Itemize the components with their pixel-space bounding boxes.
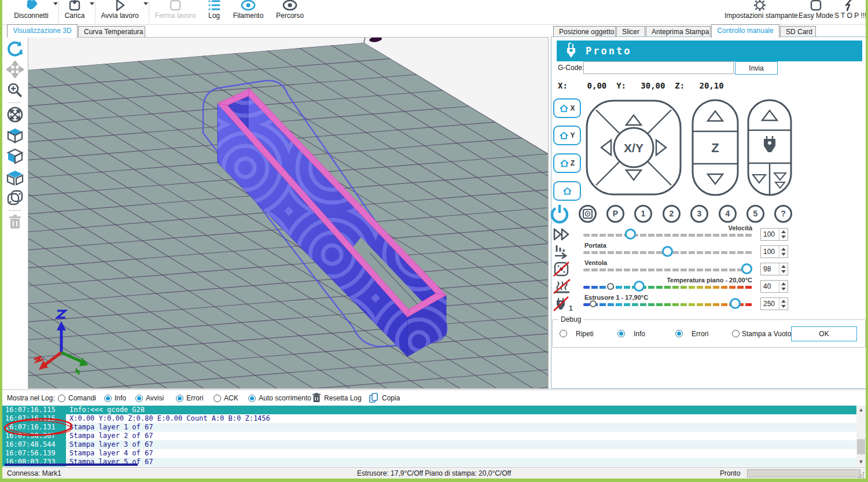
reset-log-icon[interactable] — [312, 393, 321, 404]
xy-jog-pad[interactable]: X/Y — [584, 98, 683, 197]
filter-avvisi-radio[interactable] — [135, 395, 143, 402]
gcode-input[interactable] — [583, 61, 734, 74]
fan-slider-track[interactable] — [583, 268, 752, 271]
extruder-temp-slider-track[interactable] — [583, 303, 752, 306]
load-dropdown-arrow[interactable] — [90, 2, 94, 5]
debug-ok-button[interactable]: OK — [791, 326, 857, 341]
disconnect-button[interactable]: Disconnetti — [9, 0, 53, 24]
debug-info-radio[interactable] — [617, 330, 625, 337]
fan-slider-thumb[interactable] — [741, 263, 752, 274]
help-button[interactable]: ? — [774, 205, 792, 223]
flow-value-spinbox[interactable]: 100 — [760, 245, 788, 258]
power-button[interactable] — [549, 203, 571, 225]
spinner-arrows[interactable] — [779, 263, 788, 275]
tab-controllo-manuale[interactable]: Controllo manuale — [711, 24, 779, 38]
park-button[interactable]: P — [606, 205, 624, 223]
spinner-arrows[interactable] — [779, 246, 788, 257]
debug-errori-radio[interactable] — [675, 330, 683, 337]
extruder-jog-pad[interactable] — [746, 98, 793, 197]
tab-curva-temperatura[interactable]: Curva Temperatura — [78, 26, 145, 37]
start-job-dropdown-arrow[interactable] — [144, 2, 148, 5]
filter-info-radio[interactable] — [104, 395, 112, 402]
quick-button-2[interactable]: 2 — [663, 205, 681, 223]
tab-slicer[interactable]: Slicer — [616, 26, 645, 37]
toolbar-item-label: Disconnetti — [9, 12, 53, 20]
viewport-3d[interactable] — [28, 37, 549, 389]
spinner-arrows[interactable] — [779, 229, 788, 240]
top-view-button[interactable] — [6, 168, 24, 186]
zoom-view-button[interactable] — [6, 82, 24, 99]
speed-slider-track[interactable] — [583, 234, 752, 237]
tab-posizione-oggetto[interactable]: Posizione oggetto — [553, 26, 616, 37]
fit-view-button[interactable] — [6, 106, 24, 123]
log-row[interactable]: 16:07:56.139 Stampa layer 4 of 67 — [2, 449, 856, 458]
toggle-objects-button[interactable] — [6, 189, 24, 207]
home-y-button[interactable]: Y — [553, 126, 581, 145]
log-toggle-button[interactable]: Log — [204, 0, 225, 24]
log-row[interactable]: 16:07:16.131 Stampa layer 1 of 67 — [2, 423, 856, 432]
spinner-arrows[interactable] — [779, 298, 788, 310]
front-view-button[interactable] — [6, 148, 24, 165]
move-view-button[interactable] — [6, 61, 24, 78]
isometric-view-button[interactable] — [6, 127, 24, 144]
tab-visualizzazione-3d[interactable]: Visualizzazione 3D — [7, 24, 78, 38]
debug-ripeti-radio[interactable] — [560, 330, 567, 337]
spinner-arrows[interactable] — [779, 281, 788, 292]
easy-mode-button[interactable]: Easy Mode — [799, 0, 833, 24]
speed-icon — [552, 226, 575, 244]
tab-sd-card[interactable]: SD Card — [780, 26, 816, 37]
slider-label: Velocità — [728, 225, 752, 231]
log-list[interactable]: 16:07:16.115 Info:<<< gcode_G28 16:07:16… — [2, 406, 866, 466]
load-button[interactable]: Carica — [61, 0, 88, 24]
printer-settings-button[interactable]: Impostazioni stampante — [724, 0, 795, 24]
z-jog-pad[interactable]: Z — [691, 98, 740, 197]
extruder-temp-slider-thumb[interactable] — [730, 298, 741, 309]
log-row[interactable]: 16:07:38.367 Stampa layer 2 of 67 — [2, 432, 856, 440]
copy-log-icon[interactable] — [369, 393, 378, 404]
quick-button-label: 2 — [670, 209, 674, 218]
filament-toggle-button[interactable]: Filamento — [228, 0, 269, 24]
toolbar-separator — [95, 1, 95, 23]
travel-icon — [272, 0, 308, 12]
debug-dry-run-radio[interactable] — [732, 330, 740, 337]
scroll-thumb[interactable] — [857, 439, 865, 454]
log-row[interactable]: 16:07:16.115 X:0.00 Y:0.00 Z:0.80 E:0.00… — [2, 414, 856, 423]
scroll-down-arrow[interactable]: ▼ — [856, 458, 866, 466]
disconnect-dropdown-arrow[interactable] — [53, 2, 58, 5]
bed-temp-slider-thumb[interactable] — [634, 281, 645, 292]
home-all-button[interactable] — [553, 181, 581, 201]
log-partial-row — [5, 463, 138, 466]
extruder-temp-value-spinbox[interactable]: 250 — [760, 297, 788, 310]
travel-toggle-button[interactable]: Percorso — [272, 0, 308, 24]
emergency-stop-button[interactable]: S T O P !!! — [834, 0, 865, 24]
filter-autoscroll-radio[interactable] — [248, 395, 256, 402]
log-row[interactable]: 16:07:16.115 Info:<<< gcode_G28 — [2, 406, 856, 414]
send-gcode-button[interactable]: Invia — [735, 61, 778, 75]
home-x-button[interactable]: X — [553, 98, 581, 118]
quick-button-1[interactable]: 1 — [634, 205, 652, 223]
tab-anteprima-stampa[interactable]: Anteprima Stampa — [646, 26, 711, 37]
start-job-button[interactable]: Avvia lavoro — [98, 0, 142, 24]
reset-log-button[interactable]: Resetta Log — [324, 394, 362, 402]
rotate-view-button[interactable] — [6, 40, 24, 57]
resize-grip[interactable] — [858, 472, 865, 479]
motors-off-button[interactable] — [579, 205, 597, 223]
filter-label: Comandi — [68, 394, 96, 402]
filter-errori-radio[interactable] — [176, 395, 183, 402]
flow-slider-thumb[interactable] — [662, 246, 673, 257]
scroll-up-arrow[interactable]: ▲ — [856, 406, 866, 414]
speed-value-spinbox[interactable]: 100 — [760, 228, 788, 241]
bed-temp-value-spinbox[interactable]: 40 — [760, 280, 788, 293]
filter-ack-radio[interactable] — [214, 395, 221, 402]
quick-button-5[interactable]: 5 — [746, 205, 764, 223]
filter-comandi-radio[interactable] — [58, 395, 65, 402]
home-z-button[interactable]: Z — [553, 153, 581, 173]
fan-value-spinbox[interactable]: 98 — [760, 263, 788, 275]
quick-button-4[interactable]: 4 — [719, 205, 737, 223]
speed-slider-thumb[interactable] — [625, 229, 636, 240]
log-row[interactable]: 16:07:48.544 Stampa layer 3 of 67 — [2, 440, 856, 449]
quick-button-3[interactable]: 3 — [690, 205, 708, 223]
copy-log-button[interactable]: Copia — [382, 394, 400, 402]
log-time: 16:07:38.367 — [2, 432, 66, 440]
log-scrollbar[interactable]: ▲ ▼ — [856, 406, 866, 466]
